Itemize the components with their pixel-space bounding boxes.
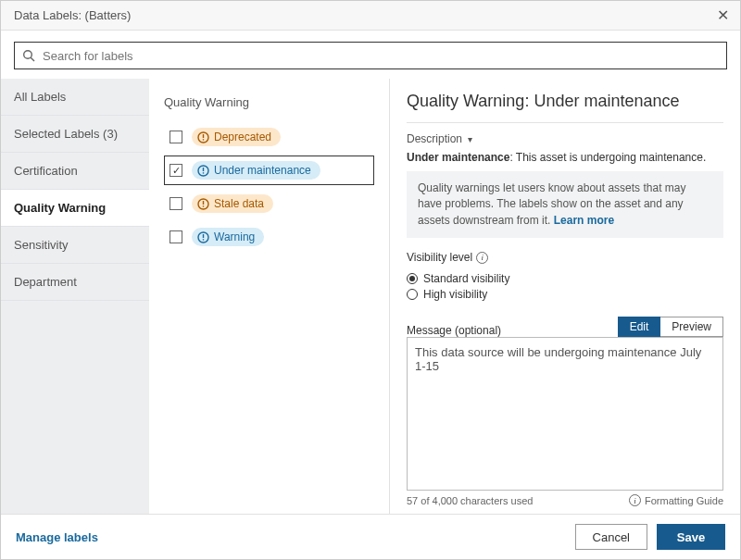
label-row-stale-data[interactable]: Stale data (164, 189, 374, 218)
sidebar-item-certification[interactable]: Certification (1, 153, 149, 190)
char-count: 57 of 4,000 characters used (407, 495, 533, 506)
label-pill: Under maintenance (192, 161, 320, 180)
warning-icon (197, 231, 209, 243)
checkbox[interactable] (170, 197, 182, 210)
category-sidebar: All LabelsSelected Labels (3)Certificati… (1, 79, 149, 514)
sidebar-item-sensitivity[interactable]: Sensitivity (1, 227, 149, 264)
search-container (1, 31, 740, 79)
radio-button[interactable] (407, 289, 418, 300)
sidebar-item-selected-labels-3-[interactable]: Selected Labels (3) (1, 116, 149, 153)
learn-more-link[interactable]: Learn more (554, 214, 614, 227)
message-textarea[interactable] (407, 337, 723, 491)
titlebar: Data Labels: (Batters) ✕ (1, 1, 740, 31)
info-box: Quality warnings let users know about as… (407, 171, 723, 238)
label-row-warning[interactable]: Warning (164, 222, 374, 252)
tab-edit[interactable]: Edit (618, 317, 661, 337)
sidebar-item-department[interactable]: Department (1, 264, 149, 301)
save-button[interactable]: Save (657, 524, 725, 550)
visibility-option-high-visibility[interactable]: High visibility (407, 288, 723, 301)
divider (407, 122, 723, 123)
description-text: Under maintenance: This asset is undergo… (407, 151, 723, 164)
warning-icon (197, 131, 209, 143)
info-icon[interactable]: i (476, 252, 488, 264)
checkbox[interactable] (170, 230, 182, 243)
label-pill: Stale data (192, 194, 273, 213)
sidebar-item-quality-warning[interactable]: Quality Warning (1, 190, 149, 227)
checkbox[interactable] (170, 131, 182, 143)
search-input[interactable] (35, 48, 719, 64)
search-field[interactable] (14, 42, 727, 69)
label-row-deprecated[interactable]: Deprecated (164, 122, 374, 152)
data-labels-dialog: Data Labels: (Batters) ✕ All LabelsSelec… (0, 0, 741, 560)
info-icon: i (629, 494, 641, 506)
label-list-panel: Quality Warning DeprecatedUnder maintena… (149, 79, 390, 514)
close-icon[interactable]: ✕ (717, 6, 729, 24)
cancel-button[interactable]: Cancel (575, 524, 647, 550)
radio-button[interactable] (407, 273, 418, 284)
warning-icon (197, 165, 209, 177)
dialog-footer: Manage labels Cancel Save (1, 514, 740, 559)
description-toggle[interactable]: Description ▾ (407, 132, 723, 145)
svg-point-3 (24, 51, 32, 59)
formatting-guide-link[interactable]: i Formatting Guide (629, 494, 723, 506)
dialog-title: Data Labels: (Batters) (14, 8, 131, 22)
label-pill: Warning (192, 228, 264, 246)
svg-line-4 (31, 57, 34, 61)
visibility-option-standard-visibility[interactable]: Standard visibility (407, 272, 723, 285)
chevron-down-icon: ▾ (468, 134, 472, 144)
manage-labels-link[interactable]: Manage labels (16, 530, 98, 544)
label-pill: Deprecated (192, 128, 281, 146)
message-label: Message (optional) (407, 324, 501, 337)
search-icon (22, 49, 35, 62)
label-row-under-maintenance[interactable]: Under maintenance (164, 156, 374, 185)
warning-icon (197, 198, 209, 210)
sidebar-item-all-labels[interactable]: All Labels (1, 79, 149, 116)
label-list-title: Quality Warning (164, 95, 374, 109)
message-tabs: Edit Preview (618, 317, 723, 337)
detail-heading: Quality Warning: Under maintenance (407, 92, 723, 111)
checkbox[interactable] (170, 164, 182, 177)
tab-preview[interactable]: Preview (660, 317, 723, 337)
detail-panel: Quality Warning: Under maintenance Descr… (390, 79, 740, 514)
visibility-label: Visibility level i (407, 251, 723, 264)
